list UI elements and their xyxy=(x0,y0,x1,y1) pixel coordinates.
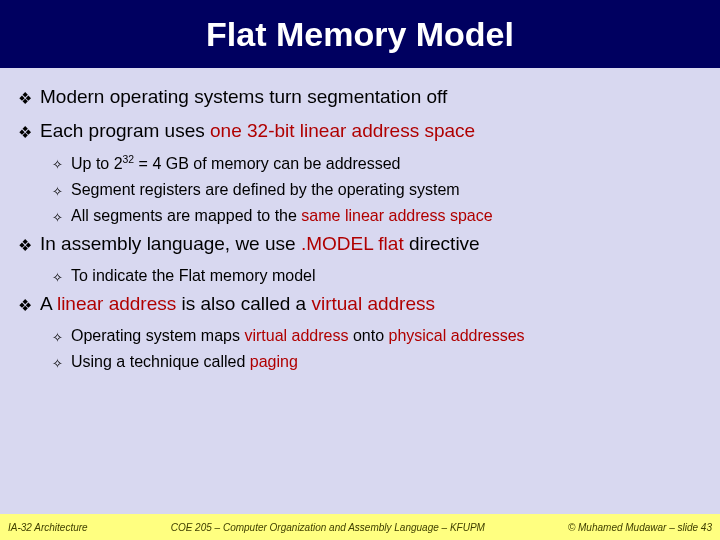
title-bar: Flat Memory Model xyxy=(0,0,720,68)
bullet-level2: ✧ Segment registers are defined by the o… xyxy=(52,181,702,199)
bullet-text: Modern operating systems turn segmentati… xyxy=(40,86,447,108)
diamond-bullet-icon: ❖ xyxy=(18,123,32,142)
footer-left: IA-32 Architecture xyxy=(8,522,88,533)
highlight-text: physical addresses xyxy=(388,327,524,344)
diamond-bullet-icon: ❖ xyxy=(18,89,32,108)
bullet-text: A linear address is also called a virtua… xyxy=(40,293,435,315)
highlight-text: linear address xyxy=(57,293,176,314)
bullet-level1: ❖ Each program uses one 32-bit linear ad… xyxy=(18,120,702,142)
highlight-text: same linear address space xyxy=(301,207,492,224)
slide-title: Flat Memory Model xyxy=(206,15,514,54)
bullet-level2: ✧ All segments are mapped to the same li… xyxy=(52,207,702,225)
bullet-text: Segment registers are defined by the ope… xyxy=(71,181,460,199)
footer-right: © Muhamed Mudawar – slide 43 xyxy=(568,522,712,533)
bullet-text: To indicate the Flat memory model xyxy=(71,267,316,285)
bullet-level1: ❖ A linear address is also called a virt… xyxy=(18,293,702,315)
bullet-level2: ✧ Operating system maps virtual address … xyxy=(52,327,702,345)
diamond-bullet-icon: ❖ xyxy=(18,236,32,255)
slide-content: ❖ Modern operating systems turn segmenta… xyxy=(0,68,720,371)
bullet-text: Up to 232 = 4 GB of memory can be addres… xyxy=(71,154,401,173)
bullet-level2: ✧ Up to 232 = 4 GB of memory can be addr… xyxy=(52,154,702,173)
highlight-text: virtual address xyxy=(244,327,348,344)
diamond-outline-icon: ✧ xyxy=(52,210,63,225)
diamond-outline-icon: ✧ xyxy=(52,330,63,345)
bullet-text: Each program uses one 32-bit linear addr… xyxy=(40,120,475,142)
bullet-text: In assembly language, we use .MODEL flat… xyxy=(40,233,480,255)
diamond-outline-icon: ✧ xyxy=(52,184,63,199)
diamond-outline-icon: ✧ xyxy=(52,270,63,285)
diamond-outline-icon: ✧ xyxy=(52,157,63,172)
bullet-level2: ✧ To indicate the Flat memory model xyxy=(52,267,702,285)
bullet-level2: ✧ Using a technique called paging xyxy=(52,353,702,371)
bullet-text: All segments are mapped to the same line… xyxy=(71,207,493,225)
diamond-bullet-icon: ❖ xyxy=(18,296,32,315)
bullet-level1: ❖ Modern operating systems turn segmenta… xyxy=(18,86,702,108)
slide-footer: IA-32 Architecture COE 205 – Computer Or… xyxy=(0,514,720,540)
footer-center: COE 205 – Computer Organization and Asse… xyxy=(88,522,568,533)
diamond-outline-icon: ✧ xyxy=(52,356,63,371)
highlight-text: virtual address xyxy=(311,293,435,314)
highlight-text: one 32-bit linear address space xyxy=(210,120,475,141)
highlight-text: .MODEL flat xyxy=(301,233,404,254)
bullet-level1: ❖ In assembly language, we use .MODEL fl… xyxy=(18,233,702,255)
bullet-text: Operating system maps virtual address on… xyxy=(71,327,525,345)
highlight-text: paging xyxy=(250,353,298,370)
bullet-text: Using a technique called paging xyxy=(71,353,298,371)
